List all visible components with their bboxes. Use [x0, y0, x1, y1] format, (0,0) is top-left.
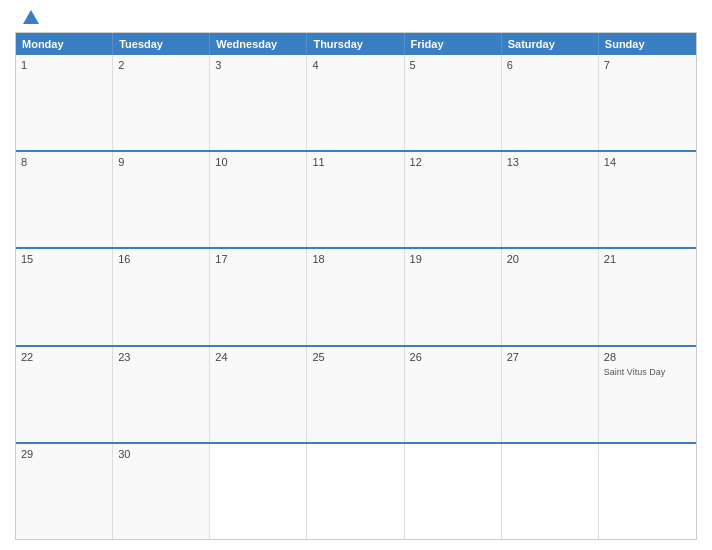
day-number: 17	[215, 253, 301, 265]
day-number: 12	[410, 156, 496, 168]
cal-cell: 15	[16, 249, 113, 344]
cal-cell: 29	[16, 444, 113, 539]
cal-cell: 12	[405, 152, 502, 247]
week-row-2: 891011121314	[16, 150, 696, 247]
cal-cell	[307, 444, 404, 539]
day-number: 26	[410, 351, 496, 363]
cal-cell: 21	[599, 249, 696, 344]
header-day-tuesday: Tuesday	[113, 33, 210, 55]
day-number: 30	[118, 448, 204, 460]
day-number: 15	[21, 253, 107, 265]
header-day-sunday: Sunday	[599, 33, 696, 55]
day-number: 5	[410, 59, 496, 71]
header-day-thursday: Thursday	[307, 33, 404, 55]
header-day-monday: Monday	[16, 33, 113, 55]
page: MondayTuesdayWednesdayThursdayFridaySatu…	[0, 0, 712, 550]
day-number: 22	[21, 351, 107, 363]
day-number: 24	[215, 351, 301, 363]
day-number: 9	[118, 156, 204, 168]
cal-cell	[599, 444, 696, 539]
cal-cell	[405, 444, 502, 539]
week-row-3: 15161718192021	[16, 247, 696, 344]
day-number: 7	[604, 59, 691, 71]
cal-cell: 19	[405, 249, 502, 344]
cal-cell: 5	[405, 55, 502, 150]
cal-cell: 14	[599, 152, 696, 247]
calendar: MondayTuesdayWednesdayThursdayFridaySatu…	[15, 32, 697, 540]
cal-cell: 8	[16, 152, 113, 247]
day-number: 1	[21, 59, 107, 71]
cal-cell: 30	[113, 444, 210, 539]
header-day-friday: Friday	[405, 33, 502, 55]
cal-cell: 23	[113, 347, 210, 442]
cal-cell: 22	[16, 347, 113, 442]
day-number: 8	[21, 156, 107, 168]
logo-triangle-icon	[23, 10, 39, 24]
cal-cell: 10	[210, 152, 307, 247]
week-row-1: 1234567	[16, 55, 696, 150]
day-number: 11	[312, 156, 398, 168]
day-number: 4	[312, 59, 398, 71]
header	[15, 10, 697, 26]
day-number: 25	[312, 351, 398, 363]
logo	[20, 10, 39, 26]
calendar-header: MondayTuesdayWednesdayThursdayFridaySatu…	[16, 33, 696, 55]
cal-cell: 7	[599, 55, 696, 150]
event-label: Saint Vitus Day	[604, 367, 691, 379]
calendar-body: 1234567891011121314151617181920212223242…	[16, 55, 696, 539]
cal-cell: 1	[16, 55, 113, 150]
week-row-5: 2930	[16, 442, 696, 539]
cal-cell	[502, 444, 599, 539]
header-day-wednesday: Wednesday	[210, 33, 307, 55]
day-number: 29	[21, 448, 107, 460]
day-number: 20	[507, 253, 593, 265]
cal-cell: 2	[113, 55, 210, 150]
day-number: 14	[604, 156, 691, 168]
cal-cell: 6	[502, 55, 599, 150]
cal-cell: 24	[210, 347, 307, 442]
day-number: 6	[507, 59, 593, 71]
cal-cell: 11	[307, 152, 404, 247]
day-number: 3	[215, 59, 301, 71]
cal-cell: 4	[307, 55, 404, 150]
day-number: 16	[118, 253, 204, 265]
day-number: 23	[118, 351, 204, 363]
cal-cell: 16	[113, 249, 210, 344]
day-number: 2	[118, 59, 204, 71]
day-number: 19	[410, 253, 496, 265]
cal-cell: 13	[502, 152, 599, 247]
day-number: 21	[604, 253, 691, 265]
day-number: 27	[507, 351, 593, 363]
cal-cell: 25	[307, 347, 404, 442]
header-day-saturday: Saturday	[502, 33, 599, 55]
cal-cell: 9	[113, 152, 210, 247]
cal-cell: 26	[405, 347, 502, 442]
day-number: 18	[312, 253, 398, 265]
cal-cell: 27	[502, 347, 599, 442]
day-number: 13	[507, 156, 593, 168]
week-row-4: 22232425262728Saint Vitus Day	[16, 345, 696, 442]
cal-cell: 20	[502, 249, 599, 344]
cal-cell: 3	[210, 55, 307, 150]
cal-cell: 28Saint Vitus Day	[599, 347, 696, 442]
cal-cell	[210, 444, 307, 539]
day-number: 28	[604, 351, 691, 363]
day-number: 10	[215, 156, 301, 168]
cal-cell: 17	[210, 249, 307, 344]
cal-cell: 18	[307, 249, 404, 344]
